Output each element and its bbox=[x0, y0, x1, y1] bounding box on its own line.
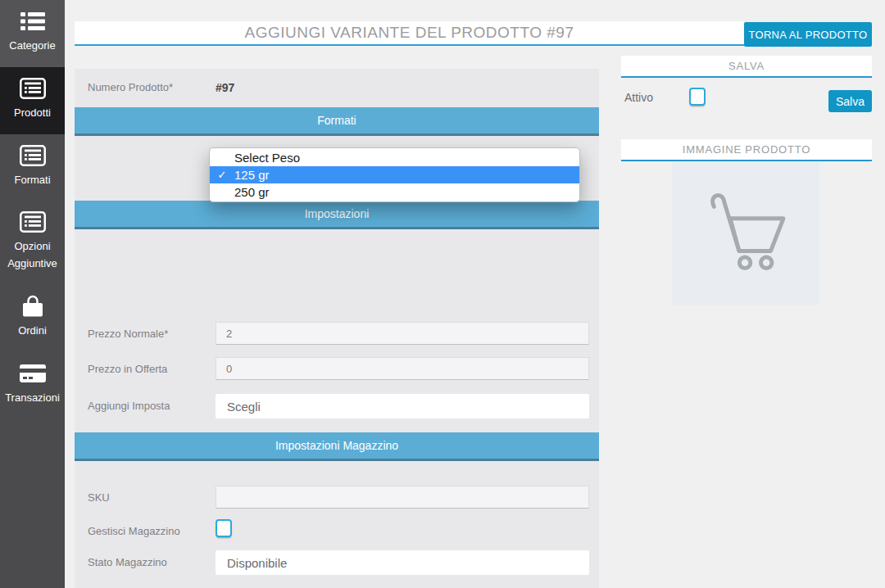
page-title: AGGIUNGI VARIANTE DEL PRODOTTO #97 bbox=[244, 24, 574, 42]
numero-prodotto-row: Numero Prodotto* #97 bbox=[75, 69, 599, 107]
peso-dropdown-menu: Select Peso ✓ 125 gr 250 gr bbox=[209, 147, 580, 202]
section-title: Impostazioni bbox=[305, 207, 370, 220]
sidebar-item-label: Ordini bbox=[18, 323, 47, 340]
credit-card-icon bbox=[20, 363, 46, 384]
section-title: Formati bbox=[317, 114, 356, 127]
page-titlebar: AGGIUNGI VARIANTE DEL PRODOTTO #97 bbox=[75, 21, 744, 46]
torna-al-prodotto-button[interactable]: TORNA AL PRODOTTO bbox=[744, 22, 872, 47]
stato-magazzino-label: Stato Magazzino bbox=[88, 556, 167, 568]
aggiungi-imposta-label: Aggiungi Imposta bbox=[88, 400, 170, 412]
section-header-formati: Formati bbox=[75, 107, 599, 136]
page: Categorie Prodotti Formati Opzioni Aggiu… bbox=[0, 0, 885, 588]
sidebar-item-opzioni-aggiuntive[interactable]: Opzioni Aggiuntive bbox=[0, 201, 65, 285]
option-label: 250 gr bbox=[234, 185, 270, 199]
option-label: Select Peso bbox=[234, 151, 300, 165]
numero-prodotto-value: #97 bbox=[216, 81, 234, 94]
sidebar-item-transazioni[interactable]: Transazioni bbox=[0, 352, 65, 419]
shopping-bag-icon bbox=[20, 296, 45, 317]
sidebar: Categorie Prodotti Formati Opzioni Aggiu… bbox=[0, 0, 65, 588]
prezzo-normale-input[interactable] bbox=[216, 322, 589, 345]
immagine-section-title: IMMAGINE PRODOTTO bbox=[683, 143, 810, 156]
gestisci-magazzino-checkbox[interactable] bbox=[216, 519, 232, 537]
sidebar-item-formati[interactable]: Formati bbox=[0, 134, 65, 201]
prezzo-offerta-input[interactable] bbox=[216, 357, 589, 380]
aggiungi-imposta-select[interactable]: Scegli bbox=[216, 394, 589, 418]
option-label: 125 gr bbox=[234, 168, 270, 182]
variant-form: Numero Prodotto* #97 Formati Peso Impost… bbox=[75, 69, 599, 588]
stato-magazzino-value: Disponibile bbox=[227, 556, 287, 570]
aggiungi-imposta-row: Aggiungi Imposta Scegli bbox=[75, 380, 599, 432]
gestisci-magazzino-label: Gestisci Magazzino bbox=[88, 525, 180, 537]
sidebar-item-label: Formati bbox=[14, 172, 50, 189]
peso-option-125gr[interactable]: ✓ 125 gr bbox=[210, 166, 579, 183]
magazzino-fields: SKU Gestisci Magazzino Stato Magazzino D… bbox=[75, 461, 599, 588]
aggiungi-imposta-value: Scegli bbox=[227, 400, 261, 414]
sku-input[interactable] bbox=[216, 486, 589, 509]
right-panel: SALVA Attivo Salva IMMAGINE PRODOTTO bbox=[621, 56, 872, 580]
prezzo-normale-label: Prezzo Normale* bbox=[88, 328, 168, 340]
checkmark-icon: ✓ bbox=[210, 169, 234, 181]
card-list-icon bbox=[20, 211, 46, 233]
numero-prodotto-label: Numero Prodotto* bbox=[88, 81, 173, 93]
attivo-checkbox[interactable] bbox=[689, 88, 706, 106]
product-image-placeholder bbox=[672, 161, 819, 305]
salva-button[interactable]: Salva bbox=[828, 90, 872, 112]
section-title: Impostazioni Magazzino bbox=[275, 439, 398, 452]
sidebar-item-label: Prodotti bbox=[14, 105, 51, 122]
sidebar-item-prodotti[interactable]: Prodotti bbox=[0, 67, 65, 134]
sidebar-item-label: Transazioni bbox=[5, 390, 60, 407]
sidebar-item-categorie[interactable]: Categorie bbox=[0, 0, 65, 67]
card-list-icon bbox=[20, 78, 46, 99]
attivo-label: Attivo bbox=[624, 91, 653, 104]
cart-icon bbox=[697, 188, 794, 279]
sidebar-item-ordini[interactable]: Ordini bbox=[0, 285, 65, 352]
section-header-impostazioni: Impostazioni bbox=[75, 201, 599, 229]
sidebar-item-label: Categorie bbox=[9, 38, 55, 55]
sidebar-item-label: Opzioni Aggiuntive bbox=[2, 238, 62, 273]
prezzo-offerta-label: Prezzo in Offerta bbox=[88, 363, 167, 375]
sku-label: SKU bbox=[88, 491, 110, 504]
card-list-icon bbox=[20, 145, 46, 166]
immagine-section-header: IMMAGINE PRODOTTO bbox=[621, 139, 872, 161]
peso-option-select-peso[interactable]: Select Peso bbox=[210, 149, 579, 166]
stato-magazzino-select[interactable]: Disponibile bbox=[216, 550, 589, 575]
salva-section-header: SALVA bbox=[621, 56, 872, 78]
peso-option-250gr[interactable]: 250 gr bbox=[210, 183, 579, 201]
list-icon bbox=[20, 11, 45, 32]
section-header-magazzino: Impostazioni Magazzino bbox=[75, 432, 599, 461]
salva-section-title: SALVA bbox=[728, 60, 765, 72]
